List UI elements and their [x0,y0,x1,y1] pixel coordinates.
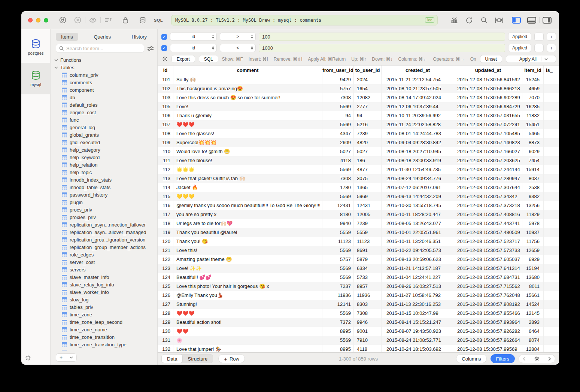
sidebar-table-item[interactable]: time_zone [54,311,155,318]
cell-updated-at[interactable]: 2015-12-08 15:30:57.808192 [454,300,522,309]
cell-id[interactable]: 122 [158,255,173,264]
cell-created-at[interactable]: 2015-10-11 20:39:56.992 [382,111,454,120]
cell-id[interactable]: 129 [158,318,173,327]
table-row[interactable]: 107 ❤️❤️❤️ 5569 5216 2015-11-24 22:02:58… [158,120,559,129]
cell-from-user-id[interactable]: 7308 [322,93,354,102]
cell-from-user-id[interactable]: 5569 [322,120,354,129]
cell-created-at[interactable]: 2015-08-18 23:00:33.919 [382,156,454,165]
cell-updated-at[interactable]: 2015-12-08 15:30:56.902289 [454,93,522,102]
filter-applied-button[interactable]: Applied [508,33,531,41]
cell-item-id[interactable]: 4659 [522,84,544,93]
cell-updated-at[interactable]: 2015-12-08 15:30:56.984729 [454,102,522,111]
cell-from-user-id[interactable]: 8995 [322,327,354,336]
cell-id[interactable]: 110 [158,147,173,156]
table-row[interactable]: 126 @Emily Thank you💃🏽 11936 11936 2015-… [158,291,559,300]
cell-is[interactable] [544,147,559,156]
sidebar-table-item[interactable]: db [54,94,155,101]
cell-is[interactable] [544,345,559,352]
cell-is[interactable] [544,192,559,201]
cell-updated-at[interactable]: 2015-12-08 15:30:57.523717 [454,237,522,246]
cell-id[interactable]: 119 [158,228,173,237]
cell-to-user-id[interactable]: 1654 [354,84,382,93]
table-row[interactable]: 122 Amazing pastel theme 😁 5757 5879 201… [158,255,559,264]
cell-from-user-id[interactable]: 8180 [322,210,354,219]
cell-comment[interactable]: Love this! [173,246,322,255]
sidebar-table-item[interactable]: procs_priv [54,206,155,213]
cell-created-at[interactable]: 2015-12-06 10:37:39.44 [382,102,454,111]
table-row[interactable]: 106 Thank u @emily 94 94 2015-10-11 20:3… [158,111,559,120]
sidebar-table-item[interactable]: columns_priv [54,71,155,79]
table-row[interactable]: 121 Love this! 5569 8691 2015-10-22 09:4… [158,246,559,255]
cell-id[interactable]: 106 [158,111,173,120]
cell-comment[interactable]: you are so pretty x [173,210,322,219]
sidebar-table-item[interactable]: innodb_index_stats [54,176,155,183]
table-row[interactable]: 105 Love! 5569 2777 2015-12-06 10:37:39.… [158,102,559,111]
sql-editor-button[interactable]: SQL [150,15,167,26]
table-row[interactable]: 108 Love the glasses! 4347 7239 2015-08-… [158,129,559,138]
sidebar-table-item[interactable]: plugin [54,198,155,206]
cell-id[interactable]: 124 [158,273,173,282]
cell-from-user-id[interactable]: 7237 [322,282,354,291]
cell-updated-at[interactable]: 2015-12-08 15:30:57.031655 [454,111,522,120]
table-row[interactable]: 123 Love! ✨✨ 5569 6334 2015-11-21 14:13:… [158,264,559,273]
cell-comment[interactable]: This background is amazing😍 [173,84,322,93]
table-row[interactable]: 110 Would love to! @mith 😬 5027 5027 201… [158,147,559,156]
cell-updated-at[interactable]: 2015-12-08 15:30:57.855466 [454,309,522,318]
sidebar-table-item[interactable]: help_keyword [54,154,155,161]
cell-is[interactable] [544,102,559,111]
cell-to-user-id[interactable]: 2024 [354,75,382,84]
disconnect-icon[interactable] [70,15,85,26]
sidebar-table-item[interactable]: time_zone_name [54,326,155,333]
cell-created-at[interactable]: 2015-11-27 10:58:46.792 [382,291,454,300]
sidebar-table-item[interactable]: slave_worker_info [54,288,155,296]
table-row[interactable]: 116 @emily thank you soooo much beautifu… [158,201,559,210]
sidebar-table-item[interactable]: engine_cost [54,109,155,116]
apply-all-button[interactable]: Apply All [506,55,556,63]
log-list-icon[interactable] [101,15,116,26]
refresh-icon[interactable] [462,15,477,26]
cell-comment[interactable]: @Emily Thank you💃🏽 [173,291,322,300]
cell-to-user-id[interactable]: 9946 [354,318,382,327]
table-row[interactable]: 115 💛💛💛 5569 5969 2015-09-13 14:44:32.20… [158,192,559,201]
cell-created-at[interactable]: 2015-10-30 13:55:18.745 [382,201,454,210]
column-header-item_id[interactable]: item_id [522,66,544,75]
cell-item-id[interactable]: 15451 [522,120,544,129]
cell-to-user-id[interactable]: 4118 [354,345,382,352]
sidebar-table-item[interactable]: replication_group_member_actions [54,243,155,251]
cell-comment[interactable]: Love this dress so much 😍 so nice for su… [173,93,322,102]
table-row[interactable]: 112 🌟🌟🌟 5569 4877 2015-11-30 12:54:49.73… [158,165,559,174]
filter-value-input[interactable] [259,33,505,41]
cell-created-at[interactable]: 2015-08-05 13:26:43.077 [382,219,454,228]
cell-to-user-id[interactable]: 12431 [354,201,382,210]
cell-created-at[interactable]: 2015-08-14 17:09:42.024 [382,93,454,102]
cell-is[interactable] [544,201,559,210]
toggle-right-panel-icon[interactable] [541,15,553,26]
cell-updated-at[interactable]: 2015-12-08 15:30:56.841592 [454,75,522,84]
connection-item-mysql[interactable]: mysql [21,63,50,94]
cell-comment[interactable]: Beautiful action shot! [173,318,322,327]
sidebar-table-item[interactable]: proxies_priv [54,213,155,221]
unset-button[interactable]: Unset [480,55,502,63]
filter-operator-select[interactable]: < [220,44,256,52]
cell-updated-at[interactable]: 2015-12-08 15:30:56.866218 [454,84,522,93]
cell-item-id[interactable]: 15661 [522,291,544,300]
cell-is[interactable] [544,111,559,120]
filter-applied-button[interactable]: Applied [508,44,531,52]
filter-settings-gear-icon[interactable] [162,56,168,62]
cell-to-user-id[interactable]: 5216 [354,120,382,129]
cell-from-user-id[interactable]: 8995 [322,345,354,352]
cell-created-at[interactable]: 2015-10-24 18:15:03.692 [382,345,454,352]
cell-updated-at[interactable]: 2015-12-08 15:30:57.926282 [454,327,522,336]
column-header-from_user_id[interactable]: from_user_id [322,66,354,75]
sidebar-table-item[interactable]: help_topic [54,168,155,176]
item-search-box[interactable] [56,44,144,53]
cell-updated-at[interactable]: 2015-12-08 15:30:57.140823 [454,138,522,147]
chevron-left-icon[interactable] [519,355,530,363]
cell-updated-at[interactable]: 2015-12-08 15:30:57.962664 [454,336,522,345]
cell-comment[interactable]: Love that jumper! 🏇 [173,345,322,352]
cell-created-at[interactable]: 2015-11-21 14:13:57.187 [382,264,454,273]
cell-id[interactable]: 103 [158,93,173,102]
add-filter-button[interactable]: + [547,33,556,41]
cell-id[interactable]: 116 [158,201,173,210]
cell-from-user-id[interactable]: 5559 [322,228,354,237]
